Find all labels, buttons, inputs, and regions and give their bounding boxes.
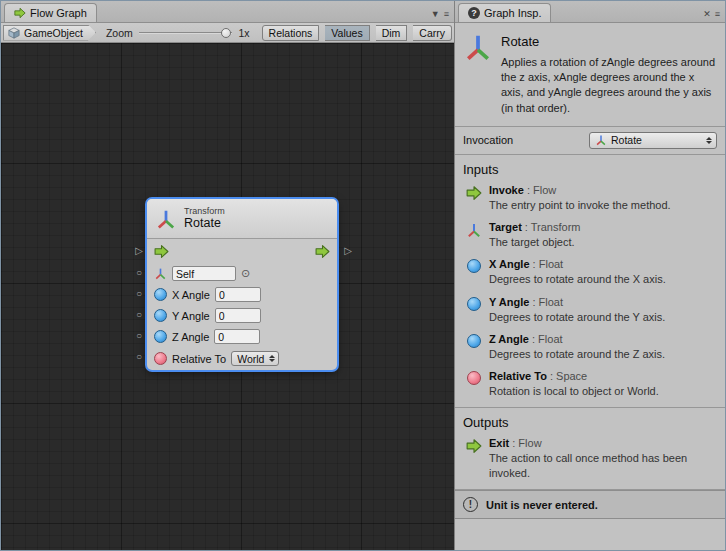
invocation-value: Rotate xyxy=(611,134,700,146)
menu-icon[interactable]: ≡ xyxy=(715,9,720,19)
self-field[interactable] xyxy=(172,266,236,281)
relative-to-port[interactable]: ○ xyxy=(133,351,145,363)
port-type: : Space xyxy=(547,370,587,382)
z-angle-port[interactable]: ○ xyxy=(133,330,145,342)
target-transform-icon xyxy=(154,267,167,280)
chevron-down-icon[interactable]: ▼ xyxy=(431,9,440,19)
space-port-icon xyxy=(465,370,482,398)
flow-graph-icon xyxy=(14,7,26,19)
zoom-slider-knob[interactable] xyxy=(221,28,231,38)
port-type: : Float xyxy=(530,258,564,270)
y-angle-field[interactable] xyxy=(215,308,261,323)
port-info: Invoke : Flow The entry point to invoke … xyxy=(489,184,671,212)
dropdown-arrows-icon xyxy=(706,137,712,144)
inspector-tabbar: ? Graph Insp. ✕ ≡ xyxy=(455,1,725,23)
port-description: Degrees to rotate around the X axis. xyxy=(489,272,666,286)
port-info: Exit : Flow The action to call once meth… xyxy=(489,437,717,480)
z-angle-field[interactable] xyxy=(214,329,260,344)
zoom-slider-track xyxy=(139,32,233,34)
relations-button[interactable]: Relations xyxy=(262,25,320,41)
flow-graph-toolbar: GameObject Zoom 1x Relations Values Dim … xyxy=(1,23,454,43)
warning-text: Unit is never entered. xyxy=(486,499,598,511)
invocation-row: Invocation Rotate xyxy=(455,127,725,154)
port-description: The target object. xyxy=(489,235,581,249)
tab-flow-graph[interactable]: Flow Graph xyxy=(4,3,97,22)
float-port-icon xyxy=(465,333,482,361)
port-info: Target : Transform The target object. xyxy=(489,221,581,249)
node-flow-row xyxy=(147,239,337,263)
zoom-value: 1x xyxy=(238,27,249,39)
rotate-node-wrap: ▷ ○ ○ ○ ○ ○ ▷ Transform Rotate xyxy=(131,199,357,375)
node-self-row: ⊙ xyxy=(147,263,337,284)
inputs-section-header: Inputs xyxy=(455,155,725,184)
y-angle-port[interactable]: ○ xyxy=(133,309,145,321)
x-angle-port[interactable]: ○ xyxy=(133,288,145,300)
object-picker-icon[interactable]: ⊙ xyxy=(241,268,250,279)
unity-editor-window: Flow Graph ▼ ≡ GameObject Zoom 1x Relati… xyxy=(0,0,726,551)
graph-canvas[interactable]: ▷ ○ ○ ○ ○ ○ ▷ Transform Rotate xyxy=(1,43,454,550)
node-z-angle-row: Z Angle xyxy=(147,326,337,347)
tab-flow-graph-label: Flow Graph xyxy=(30,7,87,19)
inspector-input-y-angle: Y Angle : Float Degrees to rotate around… xyxy=(455,296,725,333)
rotate-node-header[interactable]: Transform Rotate xyxy=(147,199,337,239)
values-button[interactable]: Values xyxy=(325,25,369,41)
menu-icon[interactable]: ≡ xyxy=(444,9,449,19)
space-port-icon[interactable] xyxy=(154,352,167,365)
flow-in-port[interactable]: ▷ xyxy=(133,245,145,257)
close-icon[interactable]: ✕ xyxy=(703,9,711,19)
zoom-label: Zoom xyxy=(106,27,133,39)
zoom-slider[interactable] xyxy=(139,26,233,40)
outputs-section-header: Outputs xyxy=(455,408,725,437)
tab-graph-inspector[interactable]: ? Graph Insp. xyxy=(458,3,551,22)
float-port-icon[interactable] xyxy=(154,288,167,301)
float-port-icon xyxy=(465,296,482,324)
breadcrumb-gameobject[interactable]: GameObject xyxy=(3,25,96,41)
exit-flow-arrow-icon[interactable] xyxy=(315,244,330,259)
float-port-icon[interactable] xyxy=(154,330,167,343)
relative-to-dropdown[interactable]: World xyxy=(231,351,279,366)
node-x-angle-row: X Angle xyxy=(147,284,337,305)
inspector-header: Rotate Applies a rotation of zAngle degr… xyxy=(455,23,725,126)
port-name: X Angle xyxy=(489,258,530,270)
transform-axes-icon xyxy=(463,32,493,62)
z-angle-label: Z Angle xyxy=(172,331,209,343)
invocation-label: Invocation xyxy=(463,134,513,146)
port-name: Target xyxy=(489,221,522,233)
node-relative-to-row: Relative To World xyxy=(147,347,337,370)
port-type: : Flow xyxy=(524,184,556,196)
inspector-output-exit: Exit : Flow The action to call once meth… xyxy=(455,437,725,489)
port-name: Invoke xyxy=(489,184,524,196)
inspector-header-text: Rotate Applies a rotation of zAngle degr… xyxy=(501,32,717,116)
flow-out-port[interactable]: ▷ xyxy=(342,245,354,257)
relative-to-label: Relative To xyxy=(172,353,226,365)
x-angle-label: X Angle xyxy=(172,289,210,301)
port-name: Relative To xyxy=(489,370,547,382)
relative-to-value: World xyxy=(237,353,264,365)
inspector-tab-controls: ✕ ≡ xyxy=(703,9,725,22)
node-y-angle-row: Y Angle xyxy=(147,305,337,326)
dim-button[interactable]: Dim xyxy=(376,25,408,41)
inspector-empty-area xyxy=(455,519,725,550)
gameobject-cube-icon xyxy=(8,27,20,39)
flow-graph-panel: Flow Graph ▼ ≡ GameObject Zoom 1x Relati… xyxy=(1,1,455,550)
port-description: Degrees to rotate around the Z axis. xyxy=(489,347,665,361)
inspector-description: Applies a rotation of zAngle degrees aro… xyxy=(501,55,717,116)
node-type-label: Transform xyxy=(184,206,225,216)
port-type: : Transform xyxy=(522,221,581,233)
warning-box: ! Unit is never entered. xyxy=(455,490,725,519)
inspector-input-z-angle: Z Angle : Float Degrees to rotate around… xyxy=(455,333,725,370)
flow-graph-tab-controls: ▼ ≡ xyxy=(431,9,454,22)
self-port[interactable]: ○ xyxy=(133,267,145,279)
rotate-node[interactable]: Transform Rotate ⊙ xyxy=(147,199,337,370)
carry-button[interactable]: Carry xyxy=(413,25,452,41)
inspector-input-x-angle: X Angle : Float Degrees to rotate around… xyxy=(455,258,725,295)
flow-arrow-icon xyxy=(465,437,482,480)
inspector-input-target: Target : Transform The target object. xyxy=(455,221,725,258)
port-description: The action to call once method has been … xyxy=(489,451,717,480)
float-port-icon[interactable] xyxy=(154,309,167,322)
transform-axes-icon xyxy=(595,134,607,146)
port-description: Degrees to rotate around the Y axis. xyxy=(489,310,665,324)
x-angle-field[interactable] xyxy=(215,287,261,302)
invoke-flow-arrow-icon[interactable] xyxy=(154,244,169,259)
invocation-dropdown[interactable]: Rotate xyxy=(589,132,717,149)
